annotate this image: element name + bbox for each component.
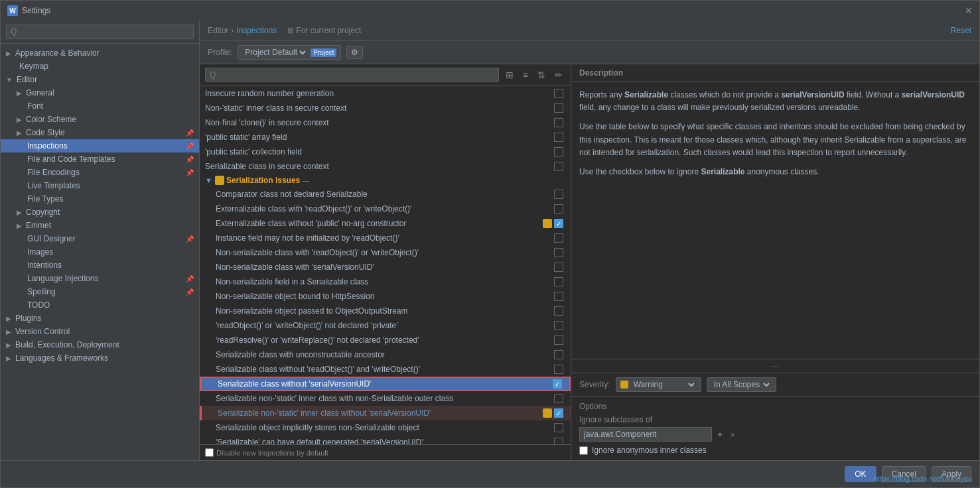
check-serializable-no-readwrite[interactable]: [554, 365, 563, 374]
sidebar-item-general[interactable]: ▶ General: [1, 86, 199, 99]
category-minimize-icon[interactable]: —: [303, 177, 309, 184]
list-item-serializable-no-readwrite[interactable]: Serializable class without 'readObject()…: [200, 362, 571, 377]
sidebar-item-emmet[interactable]: ▶ Emmet: [1, 219, 199, 232]
scope-select-container[interactable]: In All Scopes In Tests Not In Tests: [707, 377, 776, 392]
profile-dropdown[interactable]: Project Default: [242, 47, 308, 58]
check-non-serializable-field[interactable]: [554, 277, 563, 286]
sidebar-item-editor[interactable]: ▼ Editor: [1, 73, 199, 86]
check-non-serializable-readwrite[interactable]: [554, 248, 563, 257]
check-serializable-unconstructable[interactable]: [554, 350, 563, 359]
check-externalizable-no-arg[interactable]: ✓: [554, 219, 563, 228]
more-options-button[interactable]: »: [728, 430, 737, 440]
close-button[interactable]: ✕: [965, 5, 973, 16]
list-item-externalizable-no-arg[interactable]: Externalizable class without 'public' no…: [200, 216, 571, 231]
sidebar-item-code-style[interactable]: ▶ Code Style 📌: [1, 126, 199, 139]
ignore-subclasses-input[interactable]: [579, 427, 712, 442]
list-item-public-static-array[interactable]: 'public static' array field: [200, 130, 571, 145]
list-item-serializable-default-serial[interactable]: 'Serializable' can have default generate…: [200, 435, 571, 444]
description-header: Description: [571, 64, 979, 82]
sidebar-item-copyright[interactable]: ▶ Copyright: [1, 206, 199, 219]
sidebar-item-plugins[interactable]: ▶ Plugins: [1, 312, 199, 325]
list-item-serializable-stores-non[interactable]: Serializable object implicitly stores no…: [200, 420, 571, 435]
sidebar-search-input[interactable]: [6, 25, 194, 39]
profile-gear-button[interactable]: ⚙: [346, 46, 363, 59]
edit-icon[interactable]: ✏: [552, 68, 565, 82]
severity-select-container[interactable]: Warning Error Info Weak Warning: [616, 377, 701, 392]
inspections-search-input[interactable]: [205, 68, 499, 82]
disable-new-inspections-checkbox[interactable]: [205, 448, 214, 457]
sidebar-item-appearance[interactable]: ▶ Appearance & Behavior: [1, 46, 199, 60]
severity-row: Severity: Warning Error Info Weak Warnin…: [571, 373, 979, 396]
scope-dropdown[interactable]: In All Scopes In Tests Not In Tests: [711, 379, 772, 390]
sidebar-item-font[interactable]: Font: [1, 99, 199, 113]
filter-icon[interactable]: ⊞: [503, 68, 516, 82]
ignore-anonymous-checkbox[interactable]: [579, 446, 588, 455]
list-item-non-final-clone[interactable]: Non-final 'clone()' in secure context: [200, 115, 571, 130]
check-serializable-secure[interactable]: [554, 162, 563, 171]
check-public-static-array[interactable]: [554, 133, 563, 142]
list-item-insecure-random[interactable]: Insecure random number generation: [200, 86, 571, 101]
list-item-non-static-inner[interactable]: Non-'static' inner class in secure conte…: [200, 101, 571, 115]
sidebar-item-languages-frameworks[interactable]: ▶ Languages & Frameworks: [1, 351, 199, 365]
sidebar-item-todo[interactable]: TODO: [1, 298, 199, 312]
check-non-final-clone[interactable]: [554, 118, 563, 127]
sidebar-item-keymap[interactable]: Keymap: [1, 60, 199, 73]
check-externalizable-readwrite[interactable]: [554, 204, 563, 213]
list-item-public-static-collection[interactable]: 'public static' collection field: [200, 145, 571, 159]
list-item-serializable-non-static-no-serial[interactable]: Serializable non-'static' inner class wi…: [200, 406, 571, 420]
sidebar-item-live-templates[interactable]: Live Templates: [1, 179, 199, 192]
sidebar-item-spelling[interactable]: Spelling 📌: [1, 285, 199, 298]
list-item-non-serializable-object[interactable]: Non-serializable object passed to Object…: [200, 304, 571, 318]
check-serializable-no-serial[interactable]: ✓: [553, 379, 562, 389]
check-non-static-inner[interactable]: [554, 103, 563, 113]
check-public-static-collection[interactable]: [554, 147, 563, 156]
sidebar-item-images[interactable]: Images: [1, 245, 199, 259]
sidebar-item-file-code-templates[interactable]: File and Code Templates 📌: [1, 152, 199, 166]
check-serializable-non-static-outer[interactable]: [554, 394, 563, 403]
sidebar-item-color-scheme[interactable]: ▶ Color Scheme: [1, 113, 199, 126]
list-item-serializable-unconstructable[interactable]: Serializable class with unconstructable …: [200, 347, 571, 362]
list-item-non-serializable-field[interactable]: Non-serializable field in a Serializable…: [200, 274, 571, 289]
category-serialization-issues[interactable]: ▼ Serialization issues —: [200, 174, 571, 187]
profile-select-container[interactable]: Project Default Project: [238, 45, 341, 60]
list-item-non-serializable-readwrite[interactable]: Non-serializable class with 'readObject(…: [200, 245, 571, 260]
check-non-serializable-serial[interactable]: [554, 263, 563, 272]
sidebar-item-inspections[interactable]: Inspections 📌: [1, 139, 199, 152]
sidebar-item-language-injections[interactable]: Language Injections 📌: [1, 272, 199, 285]
check-non-static-no-serial[interactable]: ✓: [554, 408, 563, 418]
inspections-content: ⊞ ≡ ⇅ ✏ Insecure random number generatio…: [200, 64, 979, 460]
sidebar-item-build-execution[interactable]: ▶ Build, Execution, Deployment: [1, 338, 199, 351]
list-item-serializable-no-serial[interactable]: Serializable class without 'serialVersio…: [200, 377, 571, 391]
add-subclass-button[interactable]: +: [715, 428, 725, 441]
check-readresolve-protected[interactable]: [554, 336, 563, 345]
list-item-serializable-non-static-outer[interactable]: Serializable non-'static' inner class wi…: [200, 391, 571, 406]
ok-button[interactable]: OK: [845, 466, 876, 482]
check-instance-field[interactable]: [554, 233, 563, 243]
list-item-readresolve-protected[interactable]: 'readResolve()' or 'writeReplace()' not …: [200, 333, 571, 347]
sidebar-item-gui-designer[interactable]: GUI Designer 📌: [1, 232, 199, 245]
check-serializable-default-serial[interactable]: [554, 438, 563, 444]
sidebar-item-images-label: Images: [27, 247, 53, 257]
sidebar-tree: ▶ Appearance & Behavior Keymap ▼ Editor …: [1, 44, 199, 460]
sidebar-item-intentions[interactable]: Intentions: [1, 259, 199, 272]
list-item-externalizable-readwrite[interactable]: Externalizable class with 'readObject()'…: [200, 202, 571, 216]
list-item-serializable-secure[interactable]: Serializable class in secure context: [200, 159, 571, 174]
check-comparator[interactable]: [554, 190, 563, 199]
expand-all-icon[interactable]: ≡: [520, 68, 531, 82]
list-item-readobject-private[interactable]: 'readObject()' or 'writeObject()' not de…: [200, 318, 571, 333]
list-item-comparator[interactable]: Comparator class not declared Serializab…: [200, 187, 571, 202]
sidebar-item-version-control[interactable]: ▶ Version Control: [1, 325, 199, 338]
reset-button[interactable]: Reset: [951, 26, 971, 35]
list-item-non-serializable-serial[interactable]: Non-serializable class with 'serialVersi…: [200, 260, 571, 274]
list-item-instance-field-readonly[interactable]: Instance field may not be initialized by…: [200, 231, 571, 245]
check-non-serializable-object[interactable]: [554, 306, 563, 316]
sidebar-item-file-types[interactable]: File Types: [1, 192, 199, 206]
check-serializable-stores-non[interactable]: [554, 423, 563, 432]
sidebar-item-file-encodings[interactable]: File Encodings 📌: [1, 166, 199, 179]
severity-dropdown[interactable]: Warning Error Info Weak Warning: [631, 379, 697, 390]
check-insecure-random[interactable]: [554, 89, 563, 98]
collapse-icon[interactable]: ⇅: [535, 68, 548, 82]
check-non-serializable-http[interactable]: [554, 292, 563, 301]
check-readobject-private[interactable]: [554, 321, 563, 330]
list-item-non-serializable-http[interactable]: Non-serializable object bound to HttpSes…: [200, 289, 571, 304]
